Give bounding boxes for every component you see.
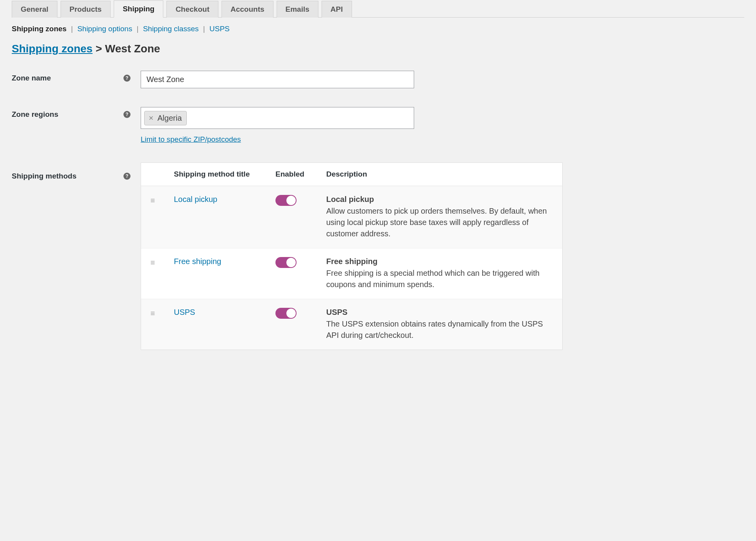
remove-tag-icon[interactable]: ✕ [148,114,154,122]
breadcrumb-current: West Zone [105,43,160,55]
tab-accounts[interactable]: Accounts [222,1,273,18]
method-desc-title: Local pickup [326,195,553,204]
table-row: ≡ Local pickup Local pickup Allow custom… [141,186,562,248]
method-desc-text: The USPS extension obtains rates dynamic… [326,318,553,341]
method-desc-text: Allow customers to pick up orders themse… [326,205,553,239]
shipping-subnav: Shipping zones | Shipping options | Ship… [12,25,744,33]
drag-handle-icon[interactable]: ≡ [150,257,174,266]
method-link-free-shipping[interactable]: Free shipping [174,257,221,266]
settings-tabs: General Products Shipping Checkout Accou… [12,0,744,18]
shipping-methods-table: Shipping method title Enabled Descriptio… [141,162,563,350]
subnav-separator: | [71,25,73,33]
region-tag: ✕ Algeria [144,111,187,125]
tab-products[interactable]: Products [61,1,111,18]
row-shipping-methods: Shipping methods ? Shipping method title… [12,162,744,350]
enabled-toggle[interactable] [275,195,297,206]
drag-handle-icon[interactable]: ≡ [150,195,174,204]
limit-zip-link[interactable]: Limit to specific ZIP/postcodes [141,135,241,144]
tab-general[interactable]: General [12,1,57,18]
subnav-shipping-classes[interactable]: Shipping classes [143,25,199,33]
breadcrumb-parent-link[interactable]: Shipping zones [12,43,93,55]
table-row: ≡ USPS USPS The USPS extension obtains r… [141,299,562,350]
breadcrumb: Shipping zones > West Zone [12,43,744,55]
shipping-methods-label: Shipping methods [12,172,77,180]
subnav-usps[interactable]: USPS [209,25,230,33]
zone-regions-input[interactable]: ✕ Algeria [141,107,414,129]
row-zone-name: Zone name ? [12,71,744,88]
method-link-local-pickup[interactable]: Local pickup [174,195,217,204]
enabled-toggle[interactable] [275,257,297,268]
subnav-separator: | [137,25,139,33]
tab-checkout[interactable]: Checkout [166,1,218,18]
method-link-usps[interactable]: USPS [174,308,195,316]
tab-emails[interactable]: Emails [277,1,318,18]
enabled-toggle[interactable] [275,308,297,319]
help-icon[interactable]: ? [123,111,130,118]
zone-name-label: Zone name [12,74,51,82]
table-row: ≡ Free shipping Free shipping Free shipp… [141,248,562,299]
method-desc-title: USPS [326,308,553,317]
zone-name-input[interactable] [141,71,414,88]
help-icon[interactable]: ? [123,75,130,82]
table-header: Shipping method title Enabled Descriptio… [141,163,562,186]
region-tag-label: Algeria [157,114,182,123]
col-title: Shipping method title [174,170,275,179]
col-enabled: Enabled [275,170,326,179]
subnav-separator: | [203,25,205,33]
tab-api[interactable]: API [322,1,352,18]
col-description: Description [326,170,553,179]
drag-handle-icon[interactable]: ≡ [150,308,174,317]
method-desc-text: Free shipping is a special method which … [326,268,553,290]
breadcrumb-separator: > [96,43,102,55]
row-zone-regions: Zone regions ? ✕ Algeria Limit to specif… [12,107,744,144]
subnav-shipping-zones[interactable]: Shipping zones [12,25,66,33]
help-icon[interactable]: ? [123,173,130,180]
tab-shipping[interactable]: Shipping [114,0,163,18]
zone-regions-label: Zone regions [12,110,58,119]
subnav-shipping-options[interactable]: Shipping options [77,25,132,33]
method-desc-title: Free shipping [326,257,553,266]
